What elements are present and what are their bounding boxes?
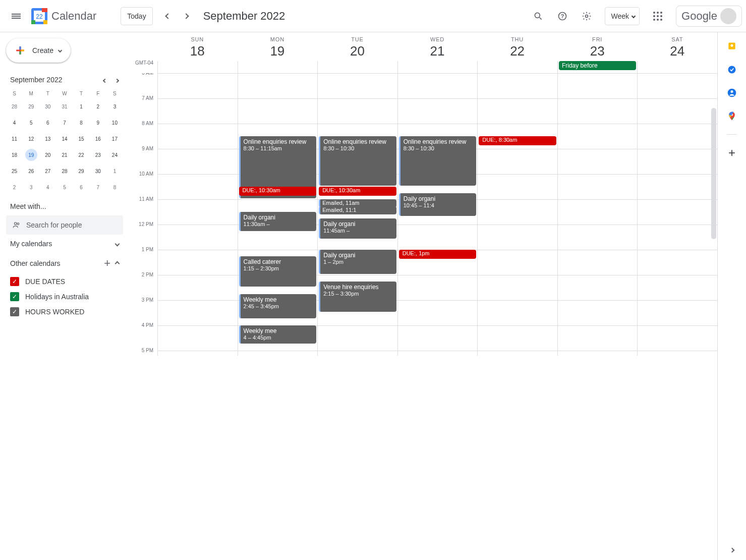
get-addons-button[interactable]: +	[727, 148, 737, 158]
mini-day[interactable]: 27	[39, 163, 56, 179]
mini-day[interactable]: 11	[6, 131, 23, 147]
calendar-event[interactable]: Emailed, 11:1	[319, 206, 396, 214]
day-column[interactable]	[157, 73, 238, 356]
view-selector[interactable]: Week	[605, 7, 640, 25]
mini-day[interactable]: 30	[39, 98, 56, 115]
maps-icon[interactable]	[727, 111, 737, 121]
add-calendar-button[interactable]: +	[104, 258, 110, 269]
current-range[interactable]: September 2022	[203, 10, 285, 23]
mini-day[interactable]: 30	[90, 163, 106, 179]
mini-day[interactable]: 4	[39, 179, 56, 195]
mini-day[interactable]: 6	[39, 115, 56, 131]
calendar-event[interactable]: Called caterer1:15 – 2:30pm	[239, 256, 317, 287]
calendar-event[interactable]: DUE:, 8:30am	[479, 136, 556, 145]
tasks-icon[interactable]	[727, 65, 737, 75]
calendar-event[interactable]: Online enquiries review8:30 – 10:30	[319, 136, 396, 186]
mini-day[interactable]: 18	[6, 147, 23, 163]
mini-day[interactable]: 25	[6, 163, 23, 179]
calendar-event[interactable]: DUE:, 1pm	[399, 250, 477, 259]
mini-day[interactable]: 8	[73, 115, 90, 131]
allday-cell[interactable]	[238, 61, 318, 73]
mini-day[interactable]: 31	[56, 98, 73, 115]
mini-day[interactable]: 21	[56, 147, 73, 163]
mini-day[interactable]: 3	[23, 179, 39, 195]
calendar-event[interactable]: Weekly mee4 – 4:45pm	[239, 325, 317, 344]
prev-week-button[interactable]	[159, 7, 177, 25]
other-calendars-toggle[interactable]: Other calendars +	[6, 253, 123, 274]
mini-day[interactable]: 20	[39, 147, 56, 163]
day-header[interactable]: SUN18	[157, 32, 238, 61]
calendar-item[interactable]: ✓HOURS WORKED	[10, 304, 123, 319]
main-menu-button[interactable]	[4, 4, 28, 28]
mini-day[interactable]: 15	[73, 131, 90, 147]
mini-day[interactable]: 6	[73, 179, 90, 195]
mini-prev-button[interactable]	[99, 74, 111, 86]
mini-day[interactable]: 4	[6, 115, 23, 131]
create-button[interactable]: Create	[6, 38, 71, 63]
google-apps-button[interactable]	[646, 4, 670, 28]
mini-day[interactable]: 9	[90, 115, 106, 131]
mini-day[interactable]: 24	[106, 147, 123, 163]
day-header[interactable]: FRI23	[557, 32, 638, 61]
mini-day[interactable]: 23	[90, 147, 106, 163]
collapse-sidepanel-button[interactable]	[730, 545, 734, 554]
mini-day[interactable]: 17	[106, 131, 123, 147]
day-column[interactable]	[557, 73, 638, 356]
calendar-event[interactable]: Weekly mee2:45 – 3:45pm	[239, 294, 317, 318]
day-column[interactable]: Online enquiries review8:30 – 10:30Daily…	[397, 73, 478, 356]
day-header[interactable]: WED21	[397, 32, 478, 61]
mini-next-button[interactable]	[111, 74, 123, 86]
allday-cell[interactable]	[397, 61, 478, 73]
calendar-event[interactable]: Daily organi11:30am –	[239, 212, 317, 231]
calendar-event[interactable]: DUE:, 10:30am	[239, 187, 317, 196]
help-button[interactable]: ?	[550, 4, 575, 28]
day-column[interactable]: Online enquiries review8:30 – 10:30DUE:,…	[317, 73, 397, 356]
mini-day[interactable]: 28	[56, 163, 73, 179]
mini-day[interactable]: 2	[90, 98, 106, 115]
settings-button[interactable]	[575, 4, 599, 28]
mini-calendar-title[interactable]: September 2022	[10, 76, 63, 84]
allday-cell[interactable]: Friday before	[557, 61, 638, 73]
calendar-event[interactable]: Daily organi11:45am –	[319, 218, 396, 239]
mini-day[interactable]: 7	[90, 179, 106, 195]
calendar-event[interactable]: Daily organi1 – 2pm	[319, 250, 396, 274]
mini-day[interactable]: 28	[6, 98, 23, 115]
mini-day[interactable]: 5	[56, 179, 73, 195]
mini-day[interactable]: 13	[39, 131, 56, 147]
allday-event[interactable]: Friday before	[559, 61, 637, 70]
mini-day[interactable]: 7	[56, 115, 73, 131]
search-button[interactable]	[526, 4, 550, 28]
allday-cell[interactable]	[637, 61, 717, 73]
mini-day[interactable]: 26	[23, 163, 39, 179]
calendar-checkbox[interactable]: ✓	[10, 277, 19, 286]
search-people-input[interactable]: Search for people	[6, 215, 123, 235]
account-chip[interactable]: Google	[676, 6, 742, 27]
allday-cell[interactable]	[477, 61, 557, 73]
mini-day[interactable]: 2	[6, 179, 23, 195]
day-header[interactable]: TUE20	[317, 32, 397, 61]
allday-cell[interactable]	[157, 61, 238, 73]
allday-cell[interactable]	[317, 61, 397, 73]
mini-day[interactable]: 8	[106, 179, 123, 195]
calendar-event[interactable]: Venue hire enquiries2:15 – 3:30pm	[319, 282, 396, 312]
contacts-icon[interactable]	[727, 88, 737, 98]
mini-day[interactable]: 29	[23, 98, 39, 115]
mini-day[interactable]: 16	[90, 131, 106, 147]
today-button[interactable]: Today	[121, 7, 152, 25]
day-header[interactable]: MON19	[238, 32, 318, 61]
calendar-item[interactable]: ✓DUE DATES	[10, 274, 123, 289]
mini-day[interactable]: 14	[56, 131, 73, 147]
day-column[interactable]: Online enquiries review8:30 – 11:15amDUE…	[238, 73, 318, 356]
mini-day[interactable]: 12	[23, 131, 39, 147]
time-grid[interactable]: 6 AM7 AM8 AM9 AM10 AM11 AM12 PM1 PM2 PM3…	[129, 73, 717, 356]
day-header[interactable]: THU22	[477, 32, 557, 61]
scrollbar-thumb[interactable]	[711, 108, 716, 239]
calendar-item[interactable]: ✓Holidays in Australia	[10, 289, 123, 304]
mini-day[interactable]: 10	[106, 115, 123, 131]
mini-day[interactable]: 1	[73, 98, 90, 115]
mini-day[interactable]: 1	[106, 163, 123, 179]
day-column[interactable]: DUE:, 8:30am	[477, 73, 557, 356]
calendar-checkbox[interactable]: ✓	[10, 292, 19, 301]
day-header[interactable]: SAT24	[637, 32, 717, 61]
next-week-button[interactable]	[177, 7, 195, 25]
